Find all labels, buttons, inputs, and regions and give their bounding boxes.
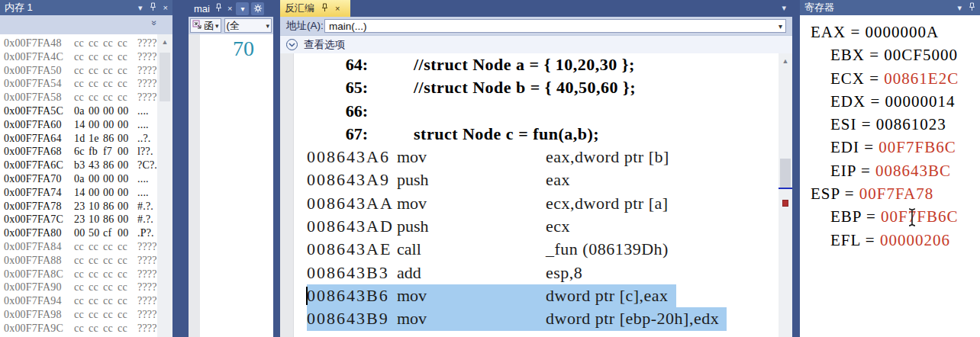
pin-icon[interactable] (150, 2, 156, 13)
editor-body[interactable]: 70 (189, 34, 273, 337)
editor-navigation-bar: 函 ▾ (全 ▾ (189, 17, 273, 34)
register-value[interactable]: 0000000A (866, 23, 940, 41)
function-dropdown[interactable]: 函 ▾ (190, 18, 221, 33)
chevron-down-icon[interactable]: ▾ (138, 4, 143, 12)
disasm-line[interactable]: 008643B3addesp,8 (280, 262, 779, 284)
memory-byte: cf (103, 226, 118, 240)
disasm-line[interactable]: 008643B6movdword ptr [c],eax (280, 284, 779, 307)
pin-icon[interactable] (321, 3, 328, 14)
disasm-line[interactable]: 64://struct Node a = { 10,20,30 }; (280, 53, 779, 76)
memory-row: 0x00F7FA54cccccccc???? (4, 77, 157, 91)
scrollbar-thumb[interactable] (160, 53, 170, 101)
close-icon[interactable]: × (227, 5, 232, 13)
register-value[interactable]: 008643BC (875, 162, 951, 180)
instruction-operands: esp,8 (546, 263, 582, 282)
memory-byte: cc (118, 64, 132, 78)
memory-byte: 00 (118, 200, 132, 213)
register-value[interactable]: 00F7FA78 (859, 185, 933, 203)
view-options-row[interactable]: 查看选项 (280, 35, 792, 53)
disasm-line[interactable]: 66: (280, 100, 779, 123)
toolbar-overflow-icon[interactable]: » (150, 21, 160, 26)
register-value[interactable]: 00861023 (876, 115, 946, 133)
memory-byte: cc (103, 240, 118, 254)
scrollbar-caret-marker (782, 200, 788, 207)
chevron-down-icon[interactable]: ▾ (957, 4, 962, 12)
instruction-mnemonic: mov (397, 307, 546, 330)
memory-address: 0x00F7FA5C (4, 104, 74, 118)
memory-byte: 10 (89, 213, 103, 226)
memory-byte: cc (118, 50, 132, 64)
disasm-line[interactable]: 008643B9movdword ptr [ebp-20h],edx (280, 307, 779, 330)
scope-dropdown[interactable]: (全 ▾ (224, 18, 272, 33)
pin-icon[interactable] (215, 3, 222, 14)
disasm-line[interactable]: 008643ADpushecx (280, 215, 779, 238)
memory-byte: 00 (118, 118, 132, 132)
memory-address: 0x00F7FA4C (4, 50, 74, 64)
scroll-up-icon[interactable]: ▲ (157, 39, 172, 46)
memory-ascii: ???? (137, 254, 157, 268)
memory-byte: 0a (74, 104, 89, 118)
disassembly-body[interactable]: 64://struct Node a = { 10,20,30 };65://s… (280, 53, 779, 337)
instruction-operands: eax (546, 170, 570, 189)
register-value[interactable]: 00861E2C (884, 69, 959, 88)
breakpoint-gutter[interactable] (189, 34, 200, 337)
memory-byte: cc (103, 37, 118, 50)
register-name: EFL (830, 231, 861, 249)
source-line-number: 67: (307, 123, 368, 146)
close-icon[interactable]: × (163, 4, 168, 12)
close-icon[interactable]: × (335, 5, 340, 13)
memory-byte: 00 (118, 159, 132, 172)
memory-address: 0x00F7FA48 (4, 37, 74, 50)
disassembly-scrollbar[interactable]: ▲ (779, 53, 792, 337)
tab-disassembly[interactable]: 反汇编 × (280, 0, 350, 17)
disasm-line-text: 65://struct Node b = { 40,50,60 }; (307, 76, 643, 99)
editor-line-number: 70 (189, 37, 254, 61)
scroll-up-icon[interactable]: ▲ (779, 58, 792, 65)
tab-main-cpp[interactable]: mai × (189, 0, 234, 17)
disasm-line[interactable]: 008643AAmovecx,dword ptr [a] (280, 192, 779, 215)
chevron-down-icon: ▾ (779, 22, 782, 30)
register-value[interactable]: 00F7FB6C (881, 207, 958, 226)
chevron-down-icon[interactable]: ▾ (782, 4, 786, 12)
gear-icon[interactable] (251, 2, 264, 15)
memory-ascii: ???? (137, 50, 157, 64)
registers-title-bar: 寄存器 ▾ (800, 0, 980, 15)
memory-scrollbar[interactable]: ▲ (157, 34, 172, 337)
chevron-down-icon[interactable]: ▾ (236, 2, 249, 15)
memory-row: 0x00F7FA4Ccccccccc???? (4, 50, 157, 64)
disassembly-lines: 64://struct Node a = { 10,20,30 };65://s… (280, 53, 779, 337)
instruction-operands: dword ptr [ebp-20h],edx (546, 309, 719, 328)
breakpoint-gutter[interactable] (280, 53, 294, 337)
memory-row: 0x00F7FA8Ccccccccc???? (4, 268, 157, 281)
instruction-operands: _fun (086139Dh) (546, 239, 669, 258)
memory-address: 0x00F7FA90 (4, 281, 74, 294)
memory-byte: 86 (103, 200, 118, 213)
address-combobox[interactable]: main(...) ▾ (324, 19, 786, 33)
register-value[interactable]: 00F7FB6C (878, 138, 956, 156)
memory-byte: 00 (74, 226, 89, 240)
scrollbar-thumb[interactable] (780, 159, 791, 188)
disasm-line[interactable]: 008643A6moveax,dword ptr [b] (280, 146, 779, 168)
pin-icon[interactable] (969, 2, 975, 13)
register-value[interactable]: 00000206 (880, 231, 950, 249)
disasm-line-text: 66: (307, 100, 376, 123)
memory-address: 0x00F7FA64 (4, 132, 74, 146)
navigate-icon (192, 20, 202, 32)
memory-rows[interactable]: 0x00F7FA48cccccccc????0x00F7FA4Ccccccccc… (0, 34, 157, 337)
disasm-line[interactable]: 68: (280, 331, 779, 337)
register-value[interactable]: 00CF5000 (884, 46, 958, 64)
disasm-line[interactable]: 008643AEcall_fun (086139Dh) (280, 238, 779, 261)
register-row: EBX = 00CF5000 (800, 43, 980, 66)
disasm-line[interactable]: 008643A9pusheax (280, 168, 779, 191)
disasm-line[interactable]: 67:struct Node c = fun(a,b); (280, 123, 779, 146)
disasm-line[interactable]: 65://struct Node b = { 40,50,60 }; (280, 76, 779, 99)
source-code: //struct Node b = { 40,50,60 }; (414, 78, 636, 97)
collapse-chevron-icon[interactable] (286, 39, 298, 50)
memory-byte: 86 (103, 159, 118, 172)
memory-byte: cc (103, 281, 118, 294)
source-code: //struct Node a = { 10,20,30 }; (414, 55, 635, 74)
disassembly-window: 反汇编 × ▾ 地址(A): main(...) ▾ 查看选项 64://str… (280, 0, 792, 337)
register-value[interactable]: 00000014 (885, 92, 956, 111)
memory-byte: cc (89, 77, 103, 91)
memory-address: 0x00F7FA68 (4, 145, 74, 159)
